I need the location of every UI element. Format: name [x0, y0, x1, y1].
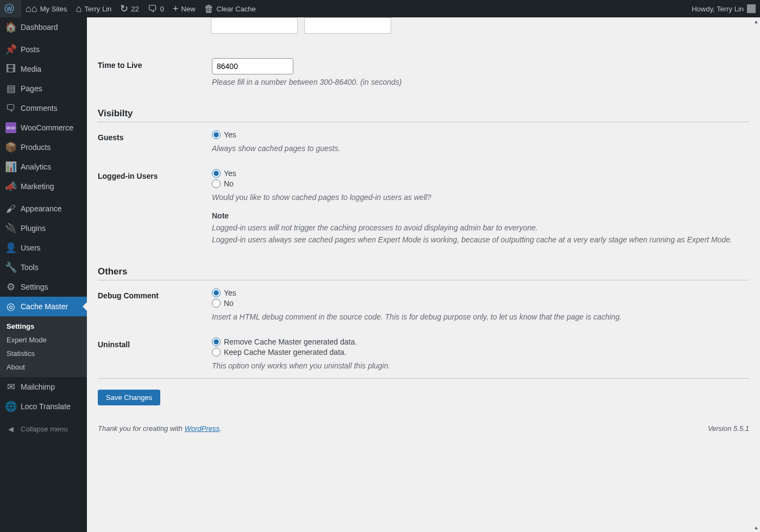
sidebar-item-analytics[interactable]: 📊Analytics — [0, 157, 87, 177]
guests-yes-option[interactable]: Yes — [212, 130, 236, 139]
debug-yes-option[interactable]: Yes — [212, 289, 236, 297]
sidebar-item-label: Media — [21, 65, 41, 73]
vertical-scrollbar[interactable]: ▲ ▲ — [752, 17, 760, 441]
sidebar-item-tools[interactable]: 🔧Tools — [0, 258, 87, 277]
option-card[interactable] — [211, 17, 298, 34]
note-line-2: Logged-in users always see cached pages … — [212, 235, 744, 244]
collapse-label: Collapse menu — [21, 425, 68, 433]
sidebar-item-products[interactable]: 📦Products — [0, 137, 87, 157]
submenu-statistics[interactable]: Statistics — [0, 347, 87, 360]
loggedin-no-radio[interactable] — [212, 179, 221, 188]
sidebar-item-pages[interactable]: ▤Pages — [0, 79, 87, 98]
uninstall-label: Uninstall — [98, 329, 206, 378]
sites-icon: ⌂⌂ — [26, 3, 37, 15]
account-menu[interactable]: Howdy, Terry Lin — [687, 0, 760, 17]
translate-icon: 🌐 — [5, 401, 16, 412]
uninstall-remove-option[interactable]: Remove Cache Master generated data. — [212, 337, 357, 346]
guests-yes-radio[interactable] — [212, 130, 221, 139]
loggedin-no-label: No — [224, 179, 234, 188]
site-name-menu[interactable]: ⌂Terry Lin — [72, 0, 116, 17]
admin-sidebar: 🏠Dashboard 📌Posts 🎞Media ▤Pages 🗨Comment… — [0, 17, 87, 441]
wrench-icon: 🔧 — [5, 262, 16, 273]
pin-icon: 📌 — [5, 44, 16, 55]
sidebar-item-loco[interactable]: 🌐Loco Translate — [0, 397, 87, 416]
sidebar-item-users[interactable]: 👤Users — [0, 238, 87, 258]
option-card[interactable] — [304, 17, 391, 34]
media-icon: 🎞 — [5, 64, 16, 74]
comments-menu[interactable]: 🗨0 — [143, 0, 168, 17]
ttl-label: Time to Live — [98, 50, 206, 95]
sidebar-item-label: Users — [21, 243, 41, 252]
comments-count: 0 — [160, 5, 164, 13]
uninstall-keep-radio[interactable] — [212, 348, 221, 356]
note-heading: Note — [212, 211, 744, 220]
sidebar-item-label: Posts — [21, 45, 40, 54]
sidebar-item-media[interactable]: 🎞Media — [0, 59, 87, 79]
sidebar-item-posts[interactable]: 📌Posts — [0, 40, 87, 59]
comment-icon: 🗨 — [5, 103, 16, 114]
note-line-1: Logged-in users will not trigger the cac… — [212, 223, 744, 232]
sidebar-item-plugins[interactable]: 🔌Plugins — [0, 218, 87, 238]
loggedin-yes-option[interactable]: Yes — [212, 169, 236, 178]
sidebar-item-mailchimp[interactable]: ✉Mailchimp — [0, 377, 87, 397]
others-heading: Others — [98, 266, 749, 277]
ttl-input[interactable] — [212, 58, 293, 74]
debug-label: Debug Comment — [98, 280, 206, 329]
clear-cache-button[interactable]: 🗑Clear Cache — [200, 0, 260, 17]
debug-no-option[interactable]: No — [212, 299, 234, 308]
debug-no-radio[interactable] — [212, 299, 221, 308]
site-name-label: Terry Lin — [84, 5, 111, 13]
avatar — [747, 4, 756, 13]
uninstall-keep-option[interactable]: Keep Cache Master generated data. — [212, 348, 347, 356]
settings-icon: ⚙ — [5, 281, 16, 292]
howdy-label: Howdy, Terry Lin — [692, 5, 744, 13]
trash-icon: 🗑 — [204, 3, 214, 15]
sidebar-item-woocommerce[interactable]: wooWooCommerce — [0, 118, 87, 137]
loggedin-no-option[interactable]: No — [212, 179, 234, 188]
footer-thankyou: Thank you for creating with — [98, 424, 185, 433]
debug-yes-radio[interactable] — [212, 289, 221, 297]
guests-yes-label: Yes — [224, 130, 236, 139]
sidebar-item-marketing[interactable]: 📣Marketing — [0, 177, 87, 196]
sidebar-item-label: Settings — [21, 283, 48, 291]
page-icon: ▤ — [5, 83, 16, 94]
submenu-about[interactable]: About — [0, 360, 87, 374]
new-label: New — [181, 5, 196, 13]
sidebar-item-label: Pages — [21, 84, 42, 93]
sidebar-item-label: Mailchimp — [21, 383, 55, 391]
debug-no-label: No — [224, 299, 234, 308]
megaphone-icon: 📣 — [5, 181, 16, 192]
loggedin-description: Would you like to show cached pages to l… — [212, 193, 744, 202]
scroll-up-arrow[interactable]: ▲ — [752, 17, 760, 26]
sidebar-item-dashboard[interactable]: 🏠Dashboard — [0, 17, 87, 37]
sidebar-item-settings[interactable]: ⚙Settings — [0, 277, 87, 297]
save-button[interactable]: Save Changes — [98, 390, 160, 405]
products-icon: 📦 — [5, 142, 16, 153]
updates-menu[interactable]: ↻22 — [116, 0, 143, 17]
loggedin-yes-radio[interactable] — [212, 169, 221, 178]
dashboard-icon: 🏠 — [5, 22, 16, 33]
sidebar-item-cache-master[interactable]: ◎Cache Master — [0, 297, 87, 316]
uninstall-keep-label: Keep Cache Master generated data. — [224, 348, 347, 356]
card-row — [211, 17, 749, 34]
visibility-heading: Visibilty — [98, 108, 749, 119]
collapse-menu[interactable]: ◀Collapse menu — [0, 419, 87, 439]
my-sites-menu[interactable]: ⌂⌂My Sites — [21, 0, 72, 17]
wp-logo[interactable]: ⓦ — [0, 0, 21, 17]
new-content-menu[interactable]: +New — [168, 0, 200, 17]
sidebar-item-appearance[interactable]: 🖌Appearance — [0, 199, 87, 218]
uninstall-remove-radio[interactable] — [212, 337, 221, 346]
sidebar-item-label: Appearance — [21, 204, 62, 213]
sidebar-item-comments[interactable]: 🗨Comments — [0, 98, 87, 118]
sidebar-item-label: WooCommerce — [21, 123, 73, 132]
sidebar-item-label: Plugins — [21, 224, 46, 233]
comment-icon: 🗨 — [148, 3, 158, 15]
clear-cache-label: Clear Cache — [217, 5, 256, 13]
sidebar-item-label: Comments — [21, 104, 58, 112]
footer-wp-link[interactable]: WordPress — [185, 424, 219, 433]
plus-icon: + — [173, 3, 179, 15]
submenu-settings[interactable]: Settings — [0, 320, 87, 333]
sidebar-item-label: Products — [21, 143, 51, 152]
footer: Thank you for creating with WordPress. V… — [87, 416, 760, 441]
submenu-expert-mode[interactable]: Expert Mode — [0, 333, 87, 347]
